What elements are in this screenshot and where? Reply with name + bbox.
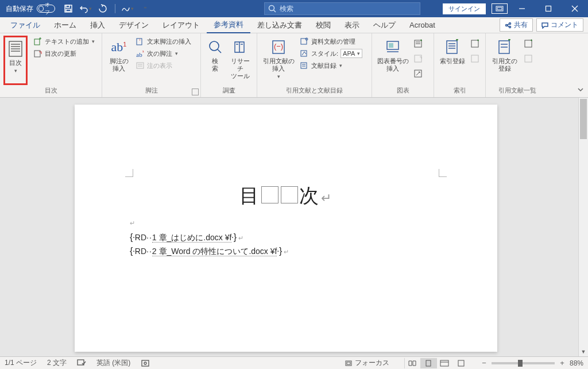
web-layout-button[interactable] [436,358,452,368]
show-notes-button[interactable]: 注の表示 [133,60,194,71]
svg-rect-77 [440,360,448,366]
quick-access-toolbar: ▾ ▾ ⁼ [62,2,151,15]
word-count[interactable]: 2 文字 [47,358,67,368]
spellcheck-button[interactable] [77,359,86,367]
tab-file[interactable]: ファイル [3,17,47,33]
insert-endnote-button[interactable]: i 文末脚注の挿入 [133,36,194,47]
smart-lookup-button[interactable]: 検 索 [204,36,226,85]
scrollbar-thumb[interactable] [580,99,587,139]
tab-insert[interactable]: 挿入 [83,17,112,33]
comments-button[interactable]: コメント [536,18,583,32]
update-toc-button[interactable]: 目次の更新 [31,48,97,59]
vertical-scrollbar[interactable]: ▲ ▼ [578,98,588,356]
show-notes-icon [136,61,145,70]
add-text-icon [33,37,42,46]
tab-acrobat[interactable]: Acrobat [403,17,442,33]
scroll-down-button[interactable]: ▼ [579,347,588,356]
researcher-button[interactable]: リサーチ ツール [227,36,253,85]
update-tof-icon [413,54,423,63]
svg-text:(−): (−) [274,42,283,51]
paragraph-mark-icon: ↵ [321,191,332,205]
doc-heading[interactable]: 目次↵ [75,183,497,209]
insert-toa-button[interactable] [521,38,535,49]
toa-icon [496,38,514,56]
insert-caption-button[interactable]: 図表番号の 挿入 [376,36,410,85]
style-dropdown[interactable]: APA ▾ [341,49,362,58]
accessibility-button[interactable] [457,359,465,367]
next-footnote-icon: ab¹ [136,49,145,58]
tab-references[interactable]: 参考資料 [207,17,250,33]
field-line-2[interactable]: {·RD··2 章_Word の特性について.docx ¥f·}↵ [130,246,289,257]
manage-sources-button[interactable]: 資料文献の管理 [297,36,365,47]
view-mode-buttons [404,358,452,368]
search-big-icon [206,38,225,56]
update-index-button[interactable] [468,53,482,64]
share-icon [505,22,512,29]
undo-button[interactable]: ▾ [79,2,92,15]
zoom-value[interactable]: 88% [570,359,583,367]
add-text-button[interactable]: テキストの追加▾ [31,36,97,47]
researcher-icon [231,38,249,56]
autosave-control[interactable]: 自動保存 オフ [6,4,55,14]
language-indicator[interactable]: 英語 (米国) [96,358,130,368]
zoom-slider-knob[interactable] [518,360,523,367]
search-input[interactable]: 検索 [264,2,420,15]
document-view[interactable]: 目次↵ ↵ {·RD··1 章_はじめに.docx ¥f·}↵ {·RD··2 … [0,98,588,356]
bibliography-button[interactable]: 文献目録▾ [297,60,365,71]
caption-icon [384,38,402,56]
ribbon-display-options[interactable] [492,3,508,14]
insert-citation-button[interactable]: (−) 引用文献の 挿入▾ [261,36,296,85]
next-footnote-button[interactable]: ab¹ 次の脚注▾ [133,48,194,59]
page-indicator[interactable]: 1/1 ページ [5,358,37,368]
svg-point-73 [144,362,146,364]
close-button[interactable] [562,0,588,17]
update-tof-button[interactable] [411,53,425,64]
tab-layout[interactable]: レイアウト [156,17,207,33]
draw-button[interactable]: ▾ [121,2,134,15]
svg-line-15 [507,25,509,26]
zoom-slider[interactable] [492,362,555,364]
redo-button[interactable] [96,2,109,15]
tab-help[interactable]: ヘルプ [366,17,403,33]
qat-more-button[interactable]: ⁼ [138,2,151,15]
mark-citation-button[interactable]: 引用文の 登録 [489,36,520,85]
svg-line-4 [274,10,276,13]
autosave-label: 自動保存 [6,4,33,14]
save-button[interactable] [62,2,75,15]
citation-style-select[interactable]: スタイル: APA ▾ [297,48,365,59]
insert-index-icon [470,39,479,48]
update-toa-icon [524,54,533,63]
footnotes-dialog-launcher[interactable] [192,89,199,95]
signin-button[interactable]: サインイン [443,3,486,14]
print-layout-button[interactable] [420,358,436,368]
insert-footnote-button[interactable]: ab1 脚注の 挿入 [106,36,132,85]
minimize-button[interactable] [509,0,535,17]
autosave-toggle[interactable]: オフ [37,5,55,13]
zoom-in-button[interactable]: + [558,359,566,367]
collapse-ribbon-button[interactable] [577,86,585,95]
field-line-1[interactable]: {·RD··1 章_はじめに.docx ¥f·}↵ [130,232,243,243]
cross-reference-button[interactable] [411,68,425,79]
svg-rect-43 [389,43,393,48]
svg-rect-67 [525,40,532,47]
insert-index-button[interactable] [468,38,482,49]
focus-mode-button[interactable]: フォーカス [345,358,389,368]
maximize-button[interactable] [535,0,562,17]
mark-index-entry-button[interactable]: 索引登録 [438,36,467,85]
comment-icon [541,22,548,29]
tab-home[interactable]: ホーム [47,17,83,33]
toc-button[interactable]: 目次▾ [3,36,28,85]
zoom-out-button[interactable]: − [480,359,488,367]
tab-view[interactable]: 表示 [338,17,366,33]
page[interactable]: 目次↵ ↵ {·RD··1 章_はじめに.docx ¥f·}↵ {·RD··2 … [75,105,497,352]
update-toa-button[interactable] [521,53,535,64]
update-toc-icon [33,49,42,58]
tab-review[interactable]: 校閲 [309,17,338,33]
tab-mailings[interactable]: 差し込み文書 [250,17,309,33]
macro-button[interactable] [141,359,150,367]
read-mode-button[interactable] [404,358,420,368]
insert-tof-button[interactable] [411,38,425,49]
group-label-index: 索引 [438,85,482,96]
tab-design[interactable]: デザイン [112,17,156,33]
share-button[interactable]: 共有 [500,18,533,32]
